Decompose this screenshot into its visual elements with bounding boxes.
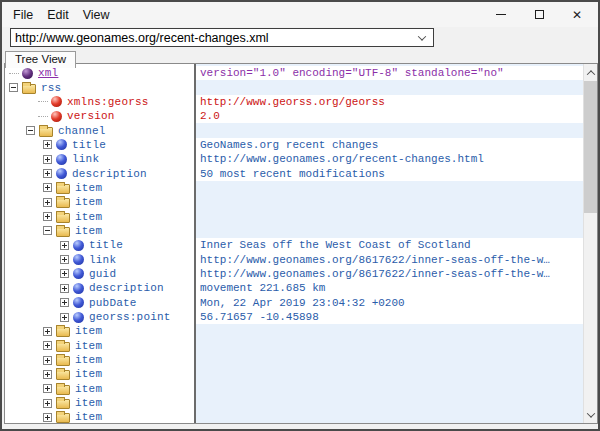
expand-icon[interactable] [60,313,69,322]
url-input[interactable] [11,31,411,45]
folder-icon [56,356,70,366]
tree-row[interactable]: item [5,339,194,353]
value-row[interactable]: Mon, 22 Apr 2019 23:04:32 +0200 [196,296,583,310]
expand-icon[interactable] [60,269,69,278]
tree-row[interactable]: link [5,152,194,166]
scroll-down-button[interactable] [584,407,597,422]
element-icon [56,154,67,165]
expand-icon[interactable] [43,212,52,221]
node-value: Inner Seas off the West Coast of Scotlan… [200,239,471,251]
expand-icon[interactable] [43,140,52,149]
collapse-icon[interactable] [9,83,18,92]
collapse-icon[interactable] [43,226,52,235]
expand-icon[interactable] [60,255,69,264]
value-row[interactable]: Inner Seas off the West Coast of Scotlan… [196,238,583,252]
tab-tree-view[interactable]: Tree View [5,51,76,68]
tree-row[interactable]: description [5,281,194,295]
element-icon [73,312,84,323]
tree-row[interactable]: item [5,396,194,410]
tree-connector [38,101,48,102]
value-row[interactable]: 56.71657 -10.45898 [196,310,583,324]
expand-icon[interactable] [43,413,52,422]
node-value: http://www.geonames.org/recent-changes.h… [200,153,484,165]
expand-icon[interactable] [60,298,69,307]
chevron-up-icon [586,70,594,78]
value-row[interactable]: 2.0 [196,109,583,123]
expand-icon[interactable] [43,183,52,192]
scroll-up-button[interactable] [584,65,597,80]
tree-row[interactable]: pubDate [5,296,194,310]
vertical-scrollbar[interactable] [583,64,597,423]
expand-icon[interactable] [60,241,69,250]
expand-icon[interactable] [43,370,52,379]
value-row-empty [196,123,583,137]
element-icon [56,139,67,150]
value-row[interactable]: http://www.geonames.org/8617622/inner-se… [196,267,583,281]
element-icon [73,240,84,251]
tree-row[interactable]: georss:point [5,310,194,324]
folder-icon [56,370,70,380]
value-row[interactable]: http://www.geonames.org/recent-changes.h… [196,152,583,166]
expand-icon[interactable] [43,155,52,164]
tree-row[interactable]: xmlns:georss [5,95,194,109]
maximize-button[interactable] [520,2,558,27]
close-button[interactable]: ✕ [558,2,596,27]
url-combobox[interactable] [10,28,434,47]
collapse-icon[interactable] [26,126,35,135]
node-label: link [72,153,99,165]
xml-viewer-window: { "colors": { "element_text": "#2a5caa",… [0,0,600,431]
tree-row[interactable]: version [5,109,194,123]
expand-icon[interactable] [43,399,52,408]
tree-row[interactable]: item [5,224,194,238]
menu-edit[interactable]: Edit [40,5,76,25]
expand-icon[interactable] [43,327,52,336]
tree-row[interactable]: description [5,166,194,180]
value-row[interactable]: http://www.georss.org/georss [196,95,583,109]
tree-row[interactable]: item [5,353,194,367]
tree-row[interactable]: xml [5,66,194,80]
value-row-empty [196,353,583,367]
tree-row[interactable]: channel [5,123,194,137]
expand-icon[interactable] [43,198,52,207]
folder-icon [56,399,70,409]
value-row[interactable]: movement 221.685 km [196,281,583,295]
expand-icon[interactable] [60,284,69,293]
url-dropdown-button[interactable] [411,29,433,46]
expand-icon[interactable] [43,384,52,393]
node-label: title [72,139,106,151]
value-row[interactable]: GeoNames.org recent changes [196,138,583,152]
value-row-empty [196,367,583,381]
value-panel[interactable]: version="1.0" encoding="UTF-8" standalon… [196,64,583,423]
value-row[interactable]: http://www.geonames.org/8617622/inner-se… [196,252,583,266]
node-value: Mon, 22 Apr 2019 23:04:32 +0200 [200,297,405,309]
node-label: item [75,325,102,337]
tree-row[interactable]: title [5,238,194,252]
node-label: title [89,239,123,251]
tree-row[interactable]: item [5,367,194,381]
value-row-empty [196,396,583,410]
value-row[interactable]: version="1.0" encoding="UTF-8" standalon… [196,66,583,80]
expand-icon[interactable] [43,341,52,350]
tree-row[interactable]: item [5,324,194,338]
tree-row[interactable]: rss [5,80,194,94]
tree-panel[interactable]: xmlrssxmlns:georssversionchanneltitlelin… [5,64,196,423]
tree-row[interactable]: item [5,410,194,423]
menu-file[interactable]: File [6,5,40,25]
tree-row[interactable]: item [5,195,194,209]
tree-row[interactable]: item [5,382,194,396]
node-value: version="1.0" encoding="UTF-8" standalon… [200,67,504,79]
expand-icon[interactable] [43,356,52,365]
tree-row[interactable]: title [5,138,194,152]
tree-row[interactable]: guid [5,267,194,281]
maximize-icon [535,10,544,19]
menu-view[interactable]: View [76,5,117,25]
minimize-button[interactable] [482,2,520,27]
scrollbar-thumb[interactable] [584,81,597,213]
tree-row[interactable]: item [5,181,194,195]
expand-icon[interactable] [43,169,52,178]
node-label: version [67,110,115,122]
tree-row[interactable]: item [5,209,194,223]
tree-row[interactable]: link [5,252,194,266]
element-icon [73,268,84,279]
value-row[interactable]: 50 most recent modifications [196,166,583,180]
